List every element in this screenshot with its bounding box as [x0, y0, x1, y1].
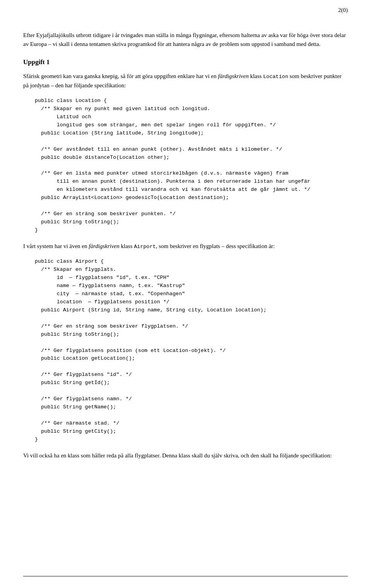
page-number: 2(0) — [338, 7, 348, 14]
airport-intro: I vårt system har vi även en färdigskriv… — [23, 241, 348, 251]
section1-body: Sfärisk geometri kan vara ganska knepig,… — [23, 71, 348, 90]
page: 2(0) Efter Eyjafjallajökulls utbrott tid… — [0, 0, 371, 588]
location-class-code: public class Location { /** Skapar en ny… — [35, 97, 348, 235]
intro-paragraph: Efter Eyjafjallajökulls utbrott tidigare… — [23, 31, 348, 49]
section-heading: Uppgift 1 — [23, 58, 348, 66]
bottom-divider — [23, 576, 348, 576]
closing-text: Vi vill också ha en klass som håller red… — [23, 451, 348, 460]
airport-class-code: public class Airport { /** Skapar en fly… — [35, 258, 348, 444]
